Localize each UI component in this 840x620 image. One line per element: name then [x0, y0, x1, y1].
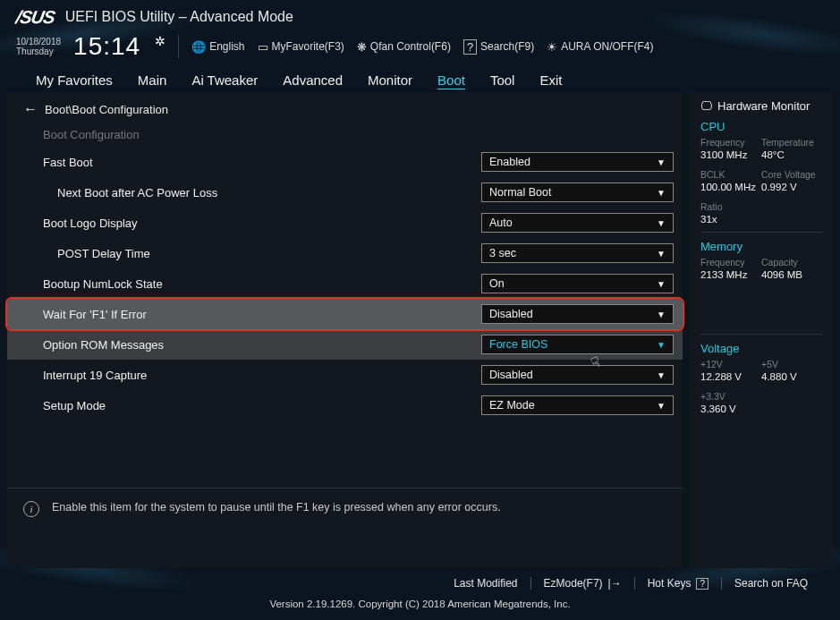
footer: Last Modified EzMode(F7)|→ Hot Keys? Sea…	[0, 568, 840, 620]
help-box: i Enable this item for the system to pau…	[7, 488, 683, 568]
setting-value: Normal Boot	[489, 186, 551, 199]
qfan-button[interactable]: ❋Qfan Control(F6)	[357, 40, 451, 54]
setting-select[interactable]: 3 sec▼	[481, 243, 674, 263]
setting-value: Disabled	[489, 308, 533, 320]
chevron-down-icon: ▼	[657, 340, 666, 350]
clock: 15:14	[73, 32, 140, 61]
hotkeys-button[interactable]: Hot Keys?	[635, 577, 721, 590]
last-modified-button[interactable]: Last Modified	[441, 577, 530, 590]
setting-label: Setup Mode	[43, 399, 481, 412]
setting-label: Next Boot after AC Power Loss	[57, 186, 481, 200]
help-text: Enable this item for the system to pause…	[52, 501, 501, 556]
setting-select[interactable]: Normal Boot▼	[481, 183, 674, 202]
myfavorite-button[interactable]: ▭MyFavorite(F3)	[258, 40, 344, 54]
setting-select[interactable]: Disabled▼	[481, 365, 674, 385]
ezmode-button[interactable]: EzMode(F7)|→	[531, 577, 634, 590]
back-arrow-icon[interactable]: ←	[23, 101, 38, 117]
favorite-icon: ▭	[258, 40, 268, 54]
setting-label: Boot Logo Display	[43, 217, 481, 230]
setting-row: Option ROM MessagesForce BIOS▼☟	[7, 329, 683, 360]
chevron-down-icon: ▼	[657, 401, 666, 411]
setting-label: Fast Boot	[43, 156, 481, 169]
tab-boot[interactable]: Boot	[437, 72, 465, 88]
hardware-monitor-panel: 🖵Hardware Monitor CPU FrequencyTemperatu…	[690, 92, 833, 568]
date: 10/18/2018	[16, 37, 61, 47]
top-bar: /SUS UEFI BIOS Utility – Advanced Mode 1…	[0, 0, 840, 67]
globe-icon: 🌐	[191, 40, 206, 54]
date-block: 10/18/2018 Thursday	[16, 37, 61, 56]
setting-row: Next Boot after AC Power LossNormal Boot…	[7, 177, 683, 208]
setting-row: POST Delay Time3 sec▼	[7, 238, 683, 268]
app-title: UEFI BIOS Utility – Advanced Mode	[65, 9, 293, 25]
chevron-down-icon: ▼	[657, 279, 666, 289]
setting-select[interactable]: Force BIOS▼	[481, 335, 674, 354]
setting-value: Enabled	[489, 156, 530, 168]
chevron-down-icon: ▼	[657, 188, 666, 198]
setting-row: Setup ModeEZ Mode▼	[7, 390, 683, 420]
hw-cpu-title: CPU	[700, 120, 822, 133]
setting-select[interactable]: Auto▼	[481, 213, 674, 233]
setting-value: EZ Mode	[489, 399, 535, 412]
setting-value: 3 sec	[489, 247, 516, 259]
setting-row: Interrupt 19 CaptureDisabled▼	[7, 360, 683, 390]
main-tabs: My FavoritesMainAi TweakerAdvancedMonito…	[0, 67, 840, 92]
hw-title: Hardware Monitor	[717, 99, 810, 113]
setting-value: Auto	[489, 217, 513, 229]
setting-row: Fast BootEnabled▼	[7, 147, 683, 177]
search-button[interactable]: ?Search(F9)	[463, 39, 534, 55]
exit-icon: |→	[608, 577, 622, 590]
language-button[interactable]: 🌐English	[191, 40, 244, 54]
hw-voltage-title: Voltage	[700, 342, 822, 355]
setting-select[interactable]: EZ Mode▼	[481, 395, 674, 415]
tab-monitor[interactable]: Monitor	[368, 72, 412, 88]
breadcrumb-text: Boot\Boot Configuration	[45, 103, 168, 116]
monitor-icon: 🖵	[700, 99, 712, 113]
main-panel: ← Boot\Boot Configuration Boot Configura…	[7, 92, 683, 568]
breadcrumb: ← Boot\Boot Configuration	[7, 92, 683, 123]
setting-label: Wait For 'F1' If Error	[43, 308, 481, 321]
day: Thursday	[16, 47, 61, 56]
chevron-down-icon: ▼	[657, 310, 666, 319]
chevron-down-icon: ▼	[657, 218, 666, 228]
tab-my-favorites[interactable]: My Favorites	[36, 72, 113, 88]
setting-select[interactable]: On▼	[481, 274, 674, 293]
tab-advanced[interactable]: Advanced	[283, 72, 343, 88]
setting-value: On	[489, 277, 505, 290]
brand-logo: /SUS	[14, 7, 56, 28]
search-faq-button[interactable]: Search on FAQ	[722, 577, 820, 590]
setting-label: Option ROM Messages	[43, 338, 481, 352]
aura-icon: ☀	[547, 40, 557, 54]
info-icon: i	[23, 501, 39, 517]
setting-label: POST Delay Time	[57, 247, 481, 260]
tab-tool[interactable]: Tool	[490, 72, 515, 88]
tab-ai-tweaker[interactable]: Ai Tweaker	[191, 72, 258, 88]
setting-value: Force BIOS	[489, 338, 547, 351]
copyright: Version 2.19.1269. Copyright (C) 2018 Am…	[20, 599, 820, 609]
setting-select[interactable]: Enabled▼	[481, 152, 674, 172]
chevron-down-icon: ▼	[657, 157, 666, 167]
setting-label: Interrupt 19 Capture	[43, 369, 481, 382]
fan-icon: ❋	[357, 40, 367, 54]
setting-row: Bootup NumLock StateOn▼	[7, 268, 683, 299]
question-icon: ?	[696, 578, 708, 590]
chevron-down-icon: ▼	[657, 249, 666, 259]
gear-icon[interactable]: ✲	[155, 34, 165, 48]
aura-button[interactable]: ☀AURA ON/OFF(F4)	[547, 40, 653, 54]
setting-label: Bootup NumLock State	[43, 277, 481, 291]
setting-row: Boot Logo DisplayAuto▼	[7, 208, 683, 238]
tab-exit[interactable]: Exit	[539, 72, 562, 88]
hw-memory-title: Memory	[700, 240, 822, 253]
settings-rows: Fast BootEnabled▼Next Boot after AC Powe…	[7, 147, 683, 488]
setting-value: Disabled	[489, 369, 533, 381]
section-title: Boot Configuration	[7, 123, 683, 147]
tab-main[interactable]: Main	[138, 72, 167, 88]
setting-row: Wait For 'F1' If ErrorDisabled▼	[7, 299, 683, 329]
chevron-down-icon: ▼	[657, 370, 666, 380]
setting-select[interactable]: Disabled▼	[481, 304, 674, 324]
question-icon: ?	[463, 39, 477, 55]
